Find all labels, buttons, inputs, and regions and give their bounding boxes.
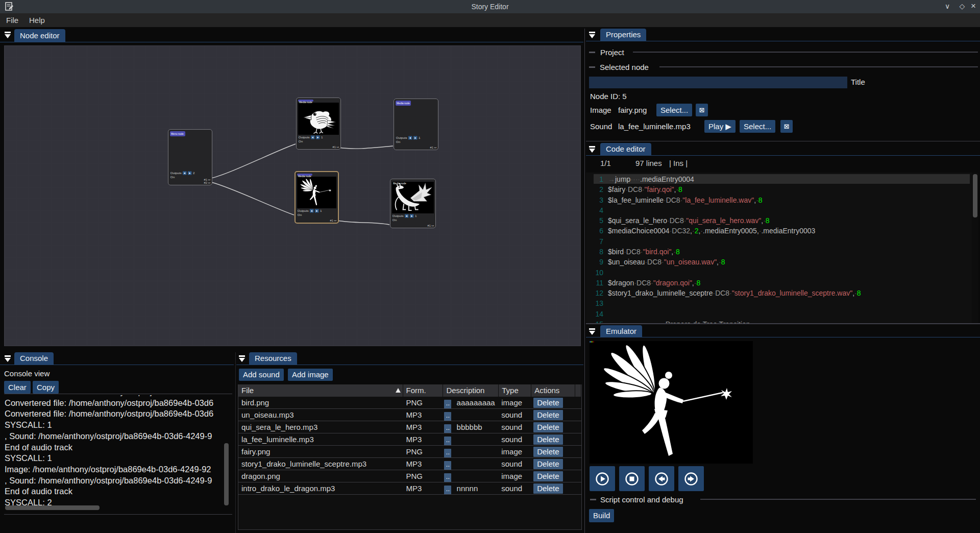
table-row[interactable]: un_oiseau.mp3MP3.. soundDelete <box>238 409 581 421</box>
main-vertical-splitter[interactable] <box>584 29 585 533</box>
image-clear-button[interactable]: ⊠ <box>696 104 708 116</box>
description-edit-button[interactable]: .. <box>444 437 451 445</box>
add-image-button[interactable]: Add image <box>288 369 333 381</box>
back-button[interactable] <box>649 466 674 491</box>
collapse-icon-emulator[interactable] <box>589 327 596 336</box>
minimize-button[interactable]: ∨ <box>943 2 952 10</box>
collapse-icon-code-editor[interactable] <box>589 145 596 154</box>
delete-button[interactable]: Delete <box>533 410 562 420</box>
description-edit-button[interactable]: .. <box>444 486 451 494</box>
delete-button[interactable]: Delete <box>533 459 562 469</box>
delete-button[interactable]: Delete <box>533 422 562 432</box>
outputs-decrease-button[interactable] <box>310 209 313 213</box>
sound-play-button[interactable]: Play ▶ <box>704 120 736 133</box>
forward-button[interactable] <box>678 466 704 491</box>
actions-cell: Delete <box>531 421 575 433</box>
close-button[interactable]: × <box>969 1 978 11</box>
node-dragon[interactable]: Media node Outputs 1 On #1 ↦ <box>390 179 436 228</box>
description-edit-button[interactable]: .. <box>444 412 451 421</box>
tab-resources[interactable]: Resources <box>249 352 297 365</box>
tab-emulator[interactable]: Emulator <box>600 325 642 337</box>
delete-button[interactable]: Delete <box>533 483 562 494</box>
tab-properties[interactable]: Properties <box>600 29 646 41</box>
table-row[interactable]: intro_drako_le_dragon.mp3MP3.. nnnnnsoun… <box>238 482 581 495</box>
tab-node-editor[interactable]: Node editor <box>14 29 65 42</box>
code-scrollbar-track[interactable] <box>972 173 978 323</box>
node-output-pins[interactable]: #1 ↦ <box>333 146 339 149</box>
table-row[interactable]: qui_sera_le_hero.mp3MP3.. bbbbbbsoundDel… <box>238 421 581 433</box>
table-row[interactable]: fairy.pngPNG.. imageDelete <box>238 446 581 458</box>
outputs-decrease-button[interactable] <box>183 172 186 175</box>
description-edit-button[interactable]: .. <box>444 400 451 408</box>
node-output-pins[interactable]: #1 ↦ <box>330 219 336 222</box>
console-vscrollbar[interactable] <box>224 443 229 505</box>
outputs-increase-button[interactable] <box>316 136 320 139</box>
code-editor-area[interactable]: 1→jump····.mediaEntry00042$fairy·DC8·"fa… <box>586 173 972 323</box>
format-cell: PNG <box>403 470 444 482</box>
code-scrollbar-handle[interactable] <box>973 174 977 217</box>
title-input[interactable] <box>589 77 847 88</box>
collapse-icon-properties[interactable] <box>589 31 596 39</box>
outputs-increase-button[interactable] <box>413 136 417 140</box>
collapse-icon-resources[interactable] <box>238 354 246 363</box>
column-header-description[interactable]: Description <box>443 384 499 397</box>
column-header-type[interactable]: Type <box>499 384 531 397</box>
node-fairy[interactable]: Media node <box>295 171 339 224</box>
maximize-button[interactable]: ◇ <box>958 2 967 10</box>
outputs-increase-button[interactable] <box>188 172 191 175</box>
delete-button[interactable]: Delete <box>533 447 562 457</box>
node-media-empty[interactable]: Media node Outputs 1 On #1 ↦ <box>394 99 438 150</box>
collapse-icon-node-editor[interactable] <box>4 31 12 39</box>
outputs-decrease-button[interactable] <box>408 136 412 140</box>
table-row[interactable]: dragon.pngPNG.. imageDelete <box>238 470 581 482</box>
node-output-pins[interactable]: #1 ↦ #2 ↦ <box>204 178 210 184</box>
code-emulator-splitter[interactable] <box>586 323 980 324</box>
collapse-icon-console[interactable] <box>4 354 12 363</box>
outputs-increase-button[interactable] <box>315 209 318 213</box>
node-output-pins[interactable]: #1 ↦ <box>430 146 436 149</box>
node-canvas[interactable]: Menu node Outputs 2 On #1 ↦ #2 ↦ Media n… <box>4 45 581 346</box>
description-edit-button[interactable]: .. <box>444 473 451 482</box>
node-menu[interactable]: Menu node Outputs 2 On #1 ↦ #2 ↦ <box>168 129 212 185</box>
copy-button[interactable]: Copy <box>33 381 59 394</box>
node-bird[interactable]: Media node Outputs 1 On #1 ↦ <box>296 98 341 150</box>
on-label: On <box>396 140 437 143</box>
stop-button[interactable] <box>619 466 645 491</box>
menu-file[interactable]: File <box>6 16 18 25</box>
tab-console[interactable]: Console <box>14 352 54 365</box>
description-edit-button[interactable]: .. <box>444 461 451 470</box>
properties-code-splitter[interactable] <box>586 141 980 141</box>
table-row[interactable]: la_fee_luminelle.mp3MP3.. soundDelete <box>238 433 581 446</box>
column-header-form[interactable]: Form. <box>403 384 444 397</box>
outputs-decrease-button[interactable] <box>311 136 314 139</box>
table-row[interactable]: story1_drako_luminelle_sceptre.mp3MP3.. … <box>238 458 581 470</box>
actions-cell: Delete <box>531 458 575 470</box>
menu-help[interactable]: Help <box>29 16 45 25</box>
table-row[interactable]: bird.pngPNG.. aaaaaaaaaimageDelete <box>238 397 581 409</box>
delete-button[interactable]: Delete <box>533 398 562 408</box>
console-line: Image: /home/anthony/ostproj/ba869e4b-03… <box>5 464 224 475</box>
selected-node-group-label: Selected node <box>600 63 649 71</box>
console-hscrollbar[interactable] <box>5 505 100 510</box>
description-edit-button[interactable]: .. <box>444 449 451 457</box>
build-button[interactable]: Build <box>589 509 614 522</box>
delete-button[interactable]: Delete <box>533 471 562 481</box>
column-header-file[interactable]: File <box>238 384 403 397</box>
image-select-button[interactable]: Select... <box>656 104 692 116</box>
node-output-pins[interactable]: #1 ↦ <box>428 224 434 227</box>
console-log[interactable]: Convertered file: /home/anthony/ostproj/… <box>4 394 232 515</box>
type-cell: image <box>499 470 531 482</box>
window-title: Story Editor <box>0 3 980 11</box>
sound-clear-button[interactable]: ⊠ <box>780 120 793 133</box>
clear-button[interactable]: Clear <box>4 381 31 394</box>
sound-select-button[interactable]: Select... <box>740 120 775 133</box>
console-resources-divider[interactable] <box>235 352 236 533</box>
outputs-decrease-button[interactable] <box>405 214 408 218</box>
tab-code-editor[interactable]: Code editor <box>600 143 651 155</box>
description-edit-button[interactable]: .. <box>444 424 451 433</box>
play-button[interactable] <box>590 466 615 491</box>
add-sound-button[interactable]: Add sound <box>239 369 284 381</box>
delete-button[interactable]: Delete <box>533 434 562 445</box>
column-header-actions[interactable]: Actions <box>531 384 575 397</box>
outputs-increase-button[interactable] <box>410 214 413 218</box>
